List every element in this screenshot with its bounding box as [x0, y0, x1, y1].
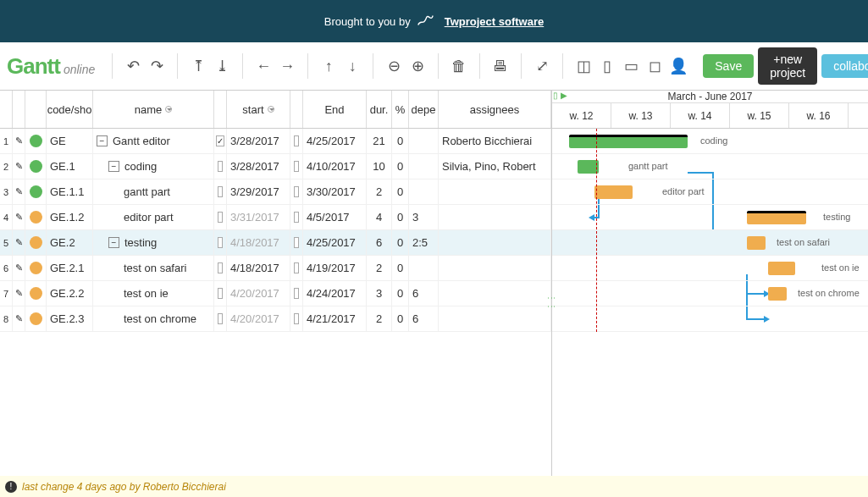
gantt-bar[interactable]: [747, 211, 806, 224]
status-cell[interactable]: [25, 205, 47, 229]
start-cell[interactable]: 4/18/2017: [227, 230, 290, 255]
name-cell[interactable]: −Gantt editor: [93, 129, 214, 153]
status-cell[interactable]: [25, 230, 47, 255]
assignees-cell[interactable]: [439, 256, 551, 280]
end-milestone-checkbox[interactable]: [294, 237, 299, 248]
start-milestone-checkbox[interactable]: [218, 262, 223, 273]
critical-path-button[interactable]: ⤢: [532, 56, 552, 76]
table-row[interactable]: 6✎GE.2.1test on safari4/18/20174/19/2017…: [0, 256, 551, 281]
gantt-bar[interactable]: [747, 236, 766, 250]
start-milestone-checkbox[interactable]: [216, 135, 224, 146]
collaborate-button[interactable]: collaborate: [821, 54, 868, 78]
duration-cell[interactable]: 4: [367, 205, 392, 229]
code-cell[interactable]: GE.1: [47, 154, 93, 179]
status-cell[interactable]: [25, 306, 47, 331]
end-milestone-checkbox[interactable]: [294, 262, 299, 273]
end-cell[interactable]: 4/24/2017: [303, 281, 367, 306]
percent-cell[interactable]: 0: [392, 154, 409, 179]
name-cell[interactable]: test on safari: [93, 256, 214, 280]
hdr-depends[interactable]: depe: [409, 91, 439, 128]
status-cell[interactable]: [25, 256, 47, 280]
assignees-cell[interactable]: [439, 306, 551, 331]
end-milestone-checkbox[interactable]: [294, 288, 299, 299]
print-button[interactable]: 🖶: [490, 56, 511, 76]
split-gantt-button[interactable]: ▭: [621, 56, 641, 76]
redo-button[interactable]: ↷: [147, 56, 167, 76]
gantt-bar[interactable]: [768, 287, 787, 301]
hdr-percent[interactable]: %: [392, 91, 409, 128]
hdr-assignees[interactable]: assignees: [439, 91, 551, 128]
table-row[interactable]: 4✎GE.1.2editor part3/31/20174/5/2017403: [0, 205, 551, 230]
duration-cell[interactable]: 3: [367, 281, 392, 306]
sort-icon[interactable]: [268, 106, 274, 113]
assignees-cell[interactable]: [439, 281, 551, 306]
move-down-button[interactable]: ↓: [342, 56, 362, 76]
edit-icon[interactable]: ✎: [13, 129, 25, 153]
hdr-code[interactable]: code/sho: [47, 91, 93, 128]
depends-cell[interactable]: 3: [409, 205, 439, 229]
gantt-bar[interactable]: [594, 185, 633, 199]
percent-cell[interactable]: 0: [392, 205, 409, 229]
save-button[interactable]: Save: [703, 54, 754, 78]
split-grid-button[interactable]: ▯: [597, 56, 617, 76]
code-cell[interactable]: GE.2: [47, 230, 93, 255]
depends-cell[interactable]: [409, 129, 439, 153]
gantt-bar[interactable]: [768, 262, 795, 275]
name-cell[interactable]: −testing: [93, 230, 214, 255]
end-cell[interactable]: 4/10/2017: [303, 154, 367, 179]
banner-link[interactable]: Twproject software: [445, 15, 545, 28]
table-row[interactable]: 3✎GE.1.1gantt part3/29/20173/30/201720: [0, 179, 551, 205]
status-cell[interactable]: [25, 281, 47, 306]
hdr-start[interactable]: start: [227, 91, 290, 128]
name-cell[interactable]: test on ie: [93, 281, 214, 306]
code-cell[interactable]: GE.2.3: [47, 306, 93, 331]
assignees-cell[interactable]: [439, 179, 551, 204]
start-cell[interactable]: 4/20/2017: [227, 306, 290, 331]
code-cell[interactable]: GE.1.1: [47, 179, 93, 204]
hdr-end[interactable]: End: [303, 91, 367, 128]
end-cell[interactable]: 4/25/2017: [303, 230, 367, 255]
zoom-out-button[interactable]: ⊖: [384, 56, 404, 76]
edit-icon[interactable]: ✎: [13, 154, 25, 179]
fullscreen-button[interactable]: ◻: [644, 56, 665, 76]
code-cell[interactable]: GE: [47, 129, 93, 153]
end-cell[interactable]: 3/30/2017: [303, 179, 367, 204]
end-cell[interactable]: 4/19/2017: [303, 256, 367, 280]
depends-cell[interactable]: [409, 154, 439, 179]
assignees-cell[interactable]: Silvia, Pino, Robert: [439, 154, 551, 179]
gantt-bar[interactable]: [569, 135, 688, 148]
start-cell[interactable]: 3/28/2017: [227, 154, 290, 179]
start-cell[interactable]: 3/28/2017: [227, 129, 290, 153]
duration-cell[interactable]: 21: [367, 129, 392, 153]
duration-cell[interactable]: 2: [367, 256, 392, 280]
split-both-button[interactable]: ◫: [573, 56, 594, 76]
hdr-duration[interactable]: dur.: [367, 91, 392, 128]
start-milestone-checkbox[interactable]: [218, 161, 223, 172]
splitter-handle-icon[interactable]: ◀ ▯ ▶: [551, 91, 567, 102]
percent-cell[interactable]: 0: [392, 179, 409, 204]
duration-cell[interactable]: 2: [367, 179, 392, 204]
end-milestone-checkbox[interactable]: [294, 212, 299, 223]
tree-toggle-icon[interactable]: −: [97, 135, 108, 146]
tree-toggle-icon[interactable]: −: [108, 161, 119, 172]
name-cell[interactable]: gantt part: [93, 179, 214, 204]
start-milestone-checkbox[interactable]: [218, 237, 223, 248]
start-cell[interactable]: 4/20/2017: [227, 281, 290, 306]
depends-cell[interactable]: [409, 256, 439, 280]
insert-above-button[interactable]: ⤒: [188, 56, 208, 76]
tree-toggle-icon[interactable]: −: [108, 237, 119, 248]
move-up-button[interactable]: ↑: [318, 56, 339, 76]
duration-cell[interactable]: 2: [367, 306, 392, 331]
edit-icon[interactable]: ✎: [13, 179, 25, 204]
status-cell[interactable]: [25, 129, 47, 153]
start-milestone-checkbox[interactable]: [218, 288, 223, 299]
end-milestone-checkbox[interactable]: [294, 161, 299, 172]
percent-cell[interactable]: 0: [392, 129, 409, 153]
sort-icon[interactable]: [165, 106, 172, 113]
end-cell[interactable]: 4/21/2017: [303, 306, 367, 331]
resource-button[interactable]: 👤: [668, 56, 688, 76]
edit-icon[interactable]: ✎: [13, 230, 25, 255]
duration-cell[interactable]: 6: [367, 230, 392, 255]
start-cell[interactable]: 3/31/2017: [227, 205, 290, 229]
percent-cell[interactable]: 0: [392, 256, 409, 280]
